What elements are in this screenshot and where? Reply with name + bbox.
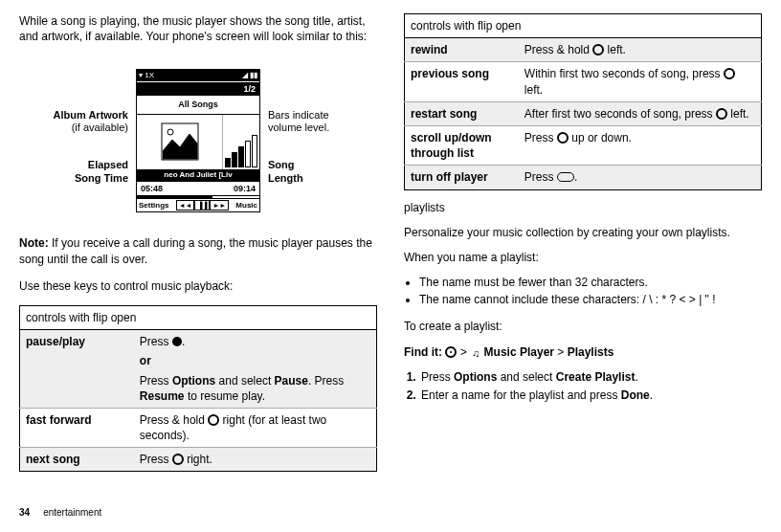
list-item: The name must be fewer than 32 character… <box>419 275 762 290</box>
phone-diagram: Album Artwork (if available) Elapsed Son… <box>19 59 377 222</box>
table-header-right: controls with flip open <box>405 14 762 38</box>
steps-list: Press Options and select Create Playlist… <box>404 369 762 404</box>
phone-allsongs: All Songs <box>137 96 259 113</box>
note-text: Note: If you receive a call during a son… <box>19 235 377 266</box>
end-key-icon <box>557 172 574 182</box>
nav-key-icon <box>172 454 184 465</box>
list-item: Press Options and select Create Playlist… <box>419 369 762 385</box>
nav-key-icon <box>557 132 569 144</box>
when-name: When you name a playlist: <box>404 250 762 265</box>
nav-key-icon <box>716 108 727 120</box>
find-it-path: Find it: > ♫ Music Player > Playlists <box>404 344 762 361</box>
callout-songlength: Song Length <box>268 159 303 184</box>
nav-key-icon <box>724 68 735 79</box>
page-footer: 34entertainment <box>19 506 101 520</box>
intro-text: While a song is playing, the music playe… <box>19 13 377 44</box>
phone-statusbar: ▾ 1X ◢ ▮▮ <box>137 70 259 81</box>
nav-key-icon <box>208 414 219 426</box>
album-art-placeholder <box>137 115 223 169</box>
use-keys-text: Use these keys to control music playback… <box>19 278 377 294</box>
right-column: controls with flip open rewind Press & h… <box>404 13 762 519</box>
table-header-left: controls with flip open <box>20 305 377 329</box>
callout-elapsed: Elapsed Song Time <box>75 159 128 184</box>
nav-key-icon <box>592 44 604 55</box>
table-row: turn off player Press . <box>405 166 762 189</box>
to-create: To create a playlist: <box>404 319 762 334</box>
table-row: pause/play Press . or Press Options and … <box>20 330 377 409</box>
center-key-icon <box>172 337 182 346</box>
svg-point-1 <box>167 129 173 135</box>
table-row: fast forward Press & hold right (for at … <box>20 408 377 447</box>
phone-times: 05:48 09:14 <box>137 181 259 195</box>
list-item: The name cannot include these characters… <box>419 292 762 307</box>
callout-album-artwork: Album Artwork (if available) <box>54 109 128 134</box>
controls-table-left: controls with flip open pause/play Press… <box>19 305 377 473</box>
controls-table-right: controls with flip open rewind Press & h… <box>404 13 762 190</box>
playlists-heading: playlists <box>404 200 762 215</box>
volume-bars <box>223 131 259 169</box>
playlists-intro: Personalize your music collection by cre… <box>404 225 762 240</box>
phone-mock: ▾ 1X ◢ ▮▮ 1/2 All Songs <box>136 69 260 212</box>
phone-softkeys: Settings ◄◄▐▐►► Music <box>137 199 259 211</box>
table-row: scroll up/down through list Press up or … <box>405 125 762 165</box>
phone-counter: 1/2 <box>137 81 259 96</box>
table-row: rewind Press & hold left. <box>405 38 762 62</box>
table-row: restart song After first two seconds of … <box>405 101 762 125</box>
table-row: previous song Within first two seconds o… <box>405 62 762 101</box>
menu-key-icon <box>445 346 457 358</box>
phone-songname: neo And Juliet [Liv <box>137 169 259 182</box>
list-item: Enter a name for the playlist and press … <box>419 388 762 403</box>
callout-bars: Bars indicate volume level. <box>268 109 329 134</box>
table-row: next song Press right. <box>20 448 377 472</box>
left-column: While a song is playing, the music playe… <box>19 13 377 519</box>
music-icon: ♫ <box>472 346 480 361</box>
naming-rules-list: The name must be fewer than 32 character… <box>404 275 762 309</box>
phone-progress <box>137 195 259 199</box>
